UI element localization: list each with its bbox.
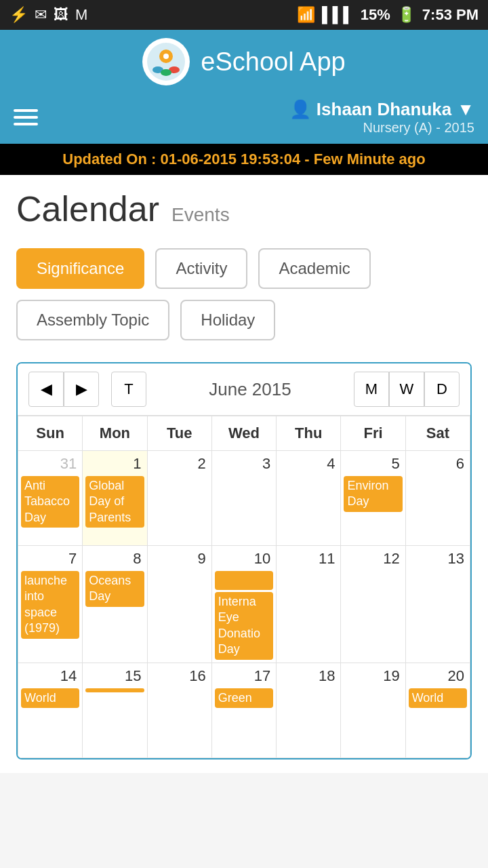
filter-row-2: Assembly Topic Holiday xyxy=(16,300,472,340)
day-number: 31 xyxy=(21,454,79,474)
day-cell[interactable]: 15 xyxy=(83,663,147,757)
filter-activity[interactable]: Activity xyxy=(155,248,247,289)
page-title: Calendar xyxy=(16,189,159,229)
user-section: 👤 Ishaan Dhanuka ▼ Nursery (A) - 2015 xyxy=(289,99,474,136)
day-number: 12 xyxy=(344,549,402,569)
col-mon: Mon xyxy=(83,416,147,451)
page-subtitle: Events xyxy=(171,204,230,226)
day-cell[interactable]: 19 xyxy=(341,663,405,757)
day-cell[interactable]: 6 xyxy=(405,451,470,546)
event-tag[interactable]: Anti Tabacco Day xyxy=(21,476,79,528)
calendar-container: ◀ ▶ T June 2015 M W D Sun Mon Tue Wed Th xyxy=(16,362,472,760)
event-tag[interactable]: World xyxy=(409,688,467,708)
day-number: 8 xyxy=(85,549,144,569)
hamburger-menu[interactable] xyxy=(14,109,38,125)
day-cell[interactable]: 2 xyxy=(147,451,211,546)
event-tag[interactable] xyxy=(85,688,144,692)
day-number: 20 xyxy=(409,666,467,686)
day-cell[interactable]: 10 Interna Eye Donatio Day xyxy=(211,546,276,663)
col-wed: Wed xyxy=(211,416,276,451)
nav-bar: 👤 Ishaan Dhanuka ▼ Nursery (A) - 2015 xyxy=(0,94,488,144)
col-thu: Thu xyxy=(277,416,341,451)
col-sat: Sat xyxy=(405,416,470,451)
day-number: 5 xyxy=(344,454,402,474)
day-number: 19 xyxy=(344,666,402,686)
user-icon: 👤 xyxy=(289,99,311,120)
month-view-button[interactable]: M xyxy=(354,372,389,407)
email-icon: ✉ xyxy=(35,6,47,24)
col-tue: Tue xyxy=(147,416,211,451)
filter-assembly-topic[interactable]: Assembly Topic xyxy=(16,300,169,340)
filter-significance[interactable]: Significance xyxy=(16,248,144,289)
event-tag[interactable]: World xyxy=(21,688,79,708)
battery-icon: 🔋 xyxy=(397,6,415,24)
day-number: 11 xyxy=(279,549,338,569)
app-header: eSchool App xyxy=(0,30,488,94)
user-class: Nursery (A) - 2015 xyxy=(363,120,475,136)
gmail-icon: M xyxy=(75,6,87,24)
user-name[interactable]: 👤 Ishaan Dhanuka ▼ xyxy=(289,99,474,120)
day-cell[interactable]: 14 World xyxy=(18,663,83,757)
status-bar: ⚡ ✉ 🖼 M 📶 ▌▌▌ 15% 🔋 7:53 PM xyxy=(0,0,488,30)
svg-point-4 xyxy=(161,69,171,76)
day-cell[interactable]: 31 Anti Tabacco Day xyxy=(18,451,83,546)
view-buttons: M W D xyxy=(354,372,460,407)
month-label: June 2015 xyxy=(209,379,291,400)
filter-row-1: Significance Activity Academic xyxy=(16,248,472,289)
app-logo xyxy=(142,38,190,85)
calendar-grid: Sun Mon Tue Wed Thu Fri Sat 31 Anti Taba… xyxy=(18,416,470,758)
day-number: 16 xyxy=(150,666,209,686)
day-cell[interactable]: 5 Environ Day xyxy=(341,451,405,546)
filter-academic[interactable]: Academic xyxy=(258,248,370,289)
filter-holiday[interactable]: Holiday xyxy=(180,300,275,340)
event-tag[interactable]: Interna Eye Donatio Day xyxy=(215,592,273,660)
day-cell[interactable]: 3 xyxy=(211,451,276,546)
day-number: 15 xyxy=(85,666,144,686)
day-number: 3 xyxy=(215,454,273,474)
day-cell[interactable]: 16 xyxy=(147,663,211,757)
day-cell[interactable]: 12 xyxy=(341,546,405,663)
svg-point-5 xyxy=(163,54,169,59)
app-title: eSchool App xyxy=(201,47,345,77)
event-tag[interactable] xyxy=(215,571,273,590)
event-tag[interactable]: Oceans Day xyxy=(85,571,144,607)
day-cell[interactable]: 7 launche into space (1979) xyxy=(18,546,83,663)
day-number: 4 xyxy=(279,454,338,474)
wifi-icon: 📶 xyxy=(297,6,315,24)
day-view-button[interactable]: D xyxy=(424,372,460,407)
day-number: 9 xyxy=(150,549,209,569)
day-number: 13 xyxy=(409,549,467,569)
event-tag[interactable]: Green xyxy=(215,688,273,708)
day-cell[interactable]: 8 Oceans Day xyxy=(83,546,147,663)
status-right-info: 📶 ▌▌▌ 15% 🔋 7:53 PM xyxy=(297,6,479,24)
prev-month-button[interactable]: ◀ xyxy=(28,372,64,407)
event-tag[interactable]: Global Day of Parents xyxy=(85,476,144,528)
day-cell[interactable]: 9 xyxy=(147,546,211,663)
next-month-button[interactable]: ▶ xyxy=(64,372,99,407)
table-row: 7 launche into space (1979) 8 Oceans Day… xyxy=(18,546,470,663)
battery-level: 15% xyxy=(361,6,390,24)
today-button[interactable]: T xyxy=(111,372,146,407)
day-cell[interactable]: 18 xyxy=(277,663,341,757)
day-cell[interactable]: 11 xyxy=(277,546,341,663)
event-tag[interactable]: Environ Day xyxy=(344,476,402,512)
day-number: 14 xyxy=(21,666,79,686)
calendar-header: ◀ ▶ T June 2015 M W D xyxy=(18,363,470,416)
day-cell[interactable]: 1 Global Day of Parents xyxy=(83,451,147,546)
image-icon: 🖼 xyxy=(54,6,68,24)
day-number: 18 xyxy=(279,666,338,686)
col-sun: Sun xyxy=(18,416,83,451)
page-title-row: Calendar Events xyxy=(16,189,472,229)
event-tag[interactable]: launche into space (1979) xyxy=(21,571,79,639)
day-cell[interactable]: 4 xyxy=(277,451,341,546)
col-fri: Fri xyxy=(341,416,405,451)
status-left-icons: ⚡ ✉ 🖼 M xyxy=(9,6,87,24)
day-cell[interactable]: 20 World xyxy=(405,663,470,757)
dropdown-icon[interactable]: ▼ xyxy=(457,99,474,120)
day-cell[interactable]: 13 xyxy=(405,546,470,663)
week-view-button[interactable]: W xyxy=(389,372,424,407)
signal-icon: ▌▌▌ xyxy=(322,6,354,24)
day-cell[interactable]: 17 Green xyxy=(211,663,276,757)
day-number: 17 xyxy=(215,666,273,686)
table-row: 31 Anti Tabacco Day 1 Global Day of Pare… xyxy=(18,451,470,546)
